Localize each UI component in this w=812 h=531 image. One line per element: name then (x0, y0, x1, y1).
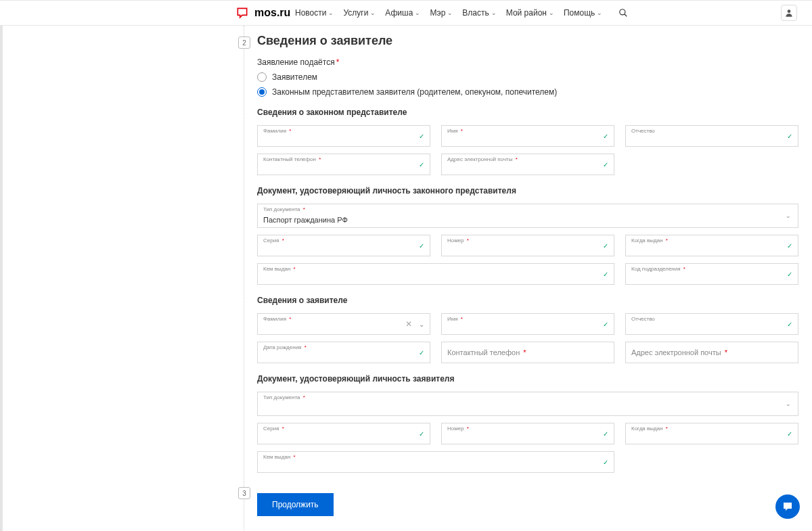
continue-button[interactable]: Продолжить (257, 493, 334, 516)
check-icon: ✓ (419, 161, 424, 168)
check-icon: ✓ (419, 242, 424, 250)
dob-field[interactable]: Дата рождения *✓ (257, 342, 430, 363)
check-icon: ✓ (787, 133, 792, 140)
chevron-down-icon: ⌄ (549, 9, 554, 16)
number-field[interactable]: Номер *✓ (441, 235, 614, 256)
check-icon: ✓ (603, 133, 608, 140)
check-icon: ✓ (603, 271, 608, 278)
radio-representative[interactable]: Законным представителем заявителя (родит… (257, 87, 798, 97)
app-number-field[interactable]: Номер *✓ (441, 423, 614, 444)
check-icon: ✓ (787, 430, 792, 438)
middlename-field[interactable]: Отчество✓ (625, 125, 798, 147)
issued-by-field[interactable]: Кем выдан *✓ (257, 263, 614, 285)
app-section-head: Сведения о заявителе (257, 296, 798, 305)
chevron-down-icon: ⌄ (786, 212, 791, 219)
doc-rep-head: Документ, удостоверяющий личность законн… (257, 186, 798, 195)
chevron-down-icon: ⌄ (328, 9, 334, 16)
dept-code-field[interactable]: Код подразделения *✓ (625, 263, 798, 285)
chevron-down-icon: ⌄ (419, 321, 424, 328)
logo-icon (235, 6, 249, 20)
chevron-down-icon: ⌄ (447, 9, 453, 16)
check-icon: ✓ (787, 271, 792, 278)
logo[interactable]: mos.ru (235, 6, 290, 20)
main-content: 2 Сведения о заявителе Заявление подаётс… (3, 26, 812, 531)
nav-mayor[interactable]: Мэр⌄ (430, 8, 453, 18)
check-icon: ✓ (603, 161, 608, 168)
nav-help[interactable]: Помощь⌄ (564, 8, 602, 18)
user-menu[interactable] (781, 5, 797, 21)
step-2-title: Сведения о заявителе (257, 34, 798, 48)
lastname-field[interactable]: Фамилия *✓ (257, 125, 430, 147)
chevron-down-icon: ⌄ (415, 9, 420, 16)
step-2-badge: 2 (238, 37, 250, 49)
app-doctype-select[interactable]: Тип документа * ⌄ (257, 392, 798, 416)
app-email-field[interactable]: Адрес электронной почты * (625, 342, 798, 363)
chevron-down-icon: ⌄ (597, 9, 602, 16)
header: mos.ru Новости⌄ Услуги⌄ Афиша⌄ Мэр⌄ Влас… (0, 0, 812, 26)
user-icon (784, 8, 794, 18)
svg-line-1 (625, 14, 627, 17)
svg-point-2 (788, 9, 791, 13)
issued-when-field[interactable]: Когда выдан *✓ (625, 235, 798, 256)
chevron-down-icon: ⌄ (370, 9, 376, 16)
filed-by-label: Заявление подаётся* (257, 57, 798, 67)
search-icon[interactable] (618, 8, 628, 18)
logo-text: mos.ru (254, 7, 290, 19)
firstname-field[interactable]: Имя *✓ (441, 125, 614, 147)
chevron-down-icon: ⌄ (491, 9, 497, 16)
nav-services[interactable]: Услуги⌄ (343, 8, 376, 18)
app-series-field[interactable]: Серия *✓ (257, 423, 430, 444)
check-icon: ✓ (787, 321, 792, 328)
nav-news[interactable]: Новости⌄ (295, 8, 334, 18)
radio-icon (257, 72, 267, 82)
nav-district[interactable]: Мой район⌄ (506, 8, 554, 18)
check-icon: ✓ (419, 133, 424, 140)
check-icon: ✓ (603, 242, 608, 250)
series-field[interactable]: Серия *✓ (257, 235, 430, 256)
app-lastname-field[interactable]: Фамилия *✕⌄ (257, 313, 430, 335)
phone-field[interactable]: Контактный телефон *✓ (257, 154, 430, 175)
check-icon: ✓ (419, 349, 424, 356)
main-nav: Новости⌄ Услуги⌄ Афиша⌄ Мэр⌄ Власть⌄ Мой… (295, 8, 628, 18)
app-firstname-field[interactable]: Имя *✓ (441, 313, 614, 335)
svg-point-0 (620, 9, 625, 15)
chevron-down-icon: ⌄ (786, 400, 791, 407)
filed-by-group: Заявителем Законным представителем заяви… (257, 72, 798, 97)
app-phone-field[interactable]: Контактный телефон * (441, 342, 614, 363)
doctype-select[interactable]: Тип документа * Паспорт гражданина РФ ⌄ (257, 204, 798, 228)
app-middlename-field[interactable]: Отчество✓ (625, 313, 798, 335)
clear-icon[interactable]: ✕ (405, 319, 412, 329)
app-issued-when-field[interactable]: Когда выдан *✓ (625, 423, 798, 444)
step-3-badge: 3 (238, 487, 250, 499)
app-issued-by-field[interactable]: Кем выдан *✓ (257, 451, 614, 473)
radio-applicant[interactable]: Заявителем (257, 72, 798, 82)
check-icon: ✓ (603, 430, 608, 438)
email-field[interactable]: Адрес электронной почты *✓ (441, 154, 614, 175)
check-icon: ✓ (603, 321, 608, 328)
chat-icon (782, 501, 794, 513)
check-icon: ✓ (603, 459, 608, 466)
check-icon: ✓ (787, 242, 792, 250)
doc-app-head: Документ, удостоверяющий личность заявит… (257, 374, 798, 384)
step-line (244, 26, 244, 531)
nav-afisha[interactable]: Афиша⌄ (385, 8, 420, 18)
chat-button[interactable] (775, 494, 800, 519)
rep-section-head: Сведения о законном представителе (257, 108, 798, 117)
radio-icon (257, 87, 267, 97)
nav-gov[interactable]: Власть⌄ (462, 8, 496, 18)
check-icon: ✓ (419, 430, 424, 438)
